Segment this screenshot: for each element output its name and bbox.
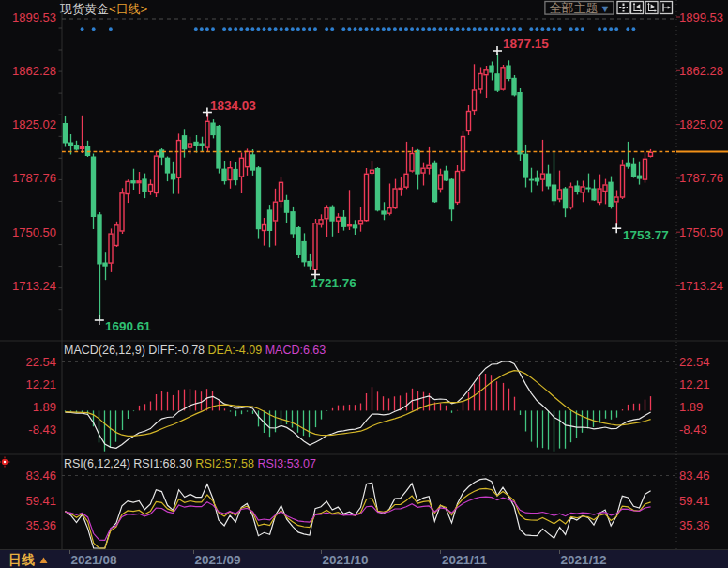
svg-text:-8.43: -8.43 <box>28 422 56 437</box>
svg-text:1713.24: 1713.24 <box>12 279 56 293</box>
svg-text:现货黄金<日线>: 现货黄金<日线> <box>59 2 147 16</box>
svg-text:1753.77: 1753.77 <box>623 228 669 242</box>
svg-text:日线: 日线 <box>8 552 35 567</box>
svg-text:1750.50: 1750.50 <box>679 225 723 239</box>
svg-text:1899.53: 1899.53 <box>679 10 723 24</box>
svg-text:全部主题: 全部主题 <box>550 1 599 15</box>
svg-text:2021/09: 2021/09 <box>195 553 241 567</box>
svg-text:1834.03: 1834.03 <box>210 99 256 113</box>
svg-text:1690.61: 1690.61 <box>105 319 151 333</box>
svg-text:1825.02: 1825.02 <box>12 117 56 131</box>
svg-text:83.46: 83.46 <box>679 468 710 483</box>
svg-text:1825.02: 1825.02 <box>679 117 723 131</box>
svg-text:35.36: 35.36 <box>679 518 710 532</box>
svg-text:1877.15: 1877.15 <box>503 37 549 51</box>
svg-text:2021/11: 2021/11 <box>442 553 488 567</box>
svg-text:59.41: 59.41 <box>679 494 710 508</box>
svg-text:1787.76: 1787.76 <box>679 171 723 185</box>
svg-text:12.21: 12.21 <box>25 377 56 391</box>
svg-text:22.54: 22.54 <box>25 355 56 369</box>
svg-text:1862.28: 1862.28 <box>679 64 723 78</box>
svg-text:-8.43: -8.43 <box>679 422 707 437</box>
svg-text:59.41: 59.41 <box>25 494 56 508</box>
svg-text:1787.76: 1787.76 <box>12 171 56 185</box>
svg-text:MACD(26,12,9) DIFF:-0.78 DEA:-: MACD(26,12,9) DIFF:-0.78 DEA:-4.09 MACD:… <box>64 344 326 357</box>
svg-text:2021/10: 2021/10 <box>323 553 369 567</box>
svg-text:12.21: 12.21 <box>679 377 710 391</box>
svg-text:2021/08: 2021/08 <box>71 553 117 567</box>
svg-text:1862.28: 1862.28 <box>12 64 56 78</box>
svg-text:22.54: 22.54 <box>679 355 710 369</box>
svg-text:83.46: 83.46 <box>25 468 56 483</box>
svg-text:35.36: 35.36 <box>25 518 56 532</box>
svg-text:▼: ▼ <box>600 3 611 14</box>
svg-text:RSI(6,12,24) RSI1:68.30 RSI2:5: RSI(6,12,24) RSI1:68.30 RSI2:57.58 RSI3:… <box>64 457 316 470</box>
svg-text:1.89: 1.89 <box>33 400 56 414</box>
svg-text:1713.24: 1713.24 <box>679 279 723 293</box>
svg-text:1721.76: 1721.76 <box>311 276 356 290</box>
svg-text:1750.50: 1750.50 <box>12 225 56 239</box>
svg-text:1899.53: 1899.53 <box>12 10 56 24</box>
svg-text:2021/12: 2021/12 <box>561 553 607 567</box>
svg-text:1.89: 1.89 <box>679 400 703 414</box>
